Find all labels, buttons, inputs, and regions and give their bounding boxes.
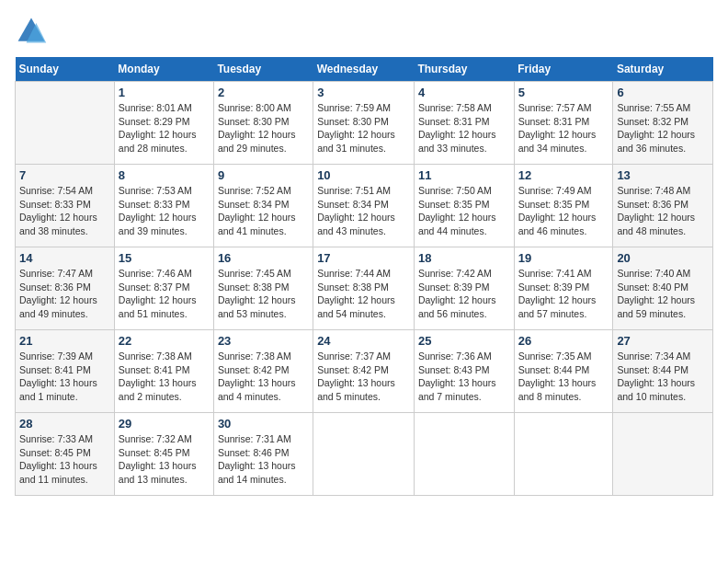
day-number: 21 (19, 334, 110, 348)
day-number: 4 (418, 86, 510, 99)
calendar-cell: 15Sunrise: 7:46 AM Sunset: 8:37 PM Dayli… (114, 247, 213, 330)
day-number: 17 (317, 251, 410, 265)
day-info: Sunrise: 7:59 AM Sunset: 8:30 PM Dayligh… (317, 101, 410, 155)
day-number: 29 (119, 417, 210, 431)
calendar-cell: 10Sunrise: 7:51 AM Sunset: 8:34 PM Dayli… (313, 165, 415, 247)
day-number: 12 (518, 168, 609, 182)
day-number: 23 (218, 334, 309, 348)
calendar-cell (16, 82, 115, 165)
week-row-2: 7Sunrise: 7:54 AM Sunset: 8:33 PM Daylig… (16, 165, 713, 247)
day-info: Sunrise: 7:48 AM Sunset: 8:36 PM Dayligh… (617, 184, 709, 238)
calendar-cell: 19Sunrise: 7:41 AM Sunset: 8:39 PM Dayli… (514, 247, 613, 330)
day-info: Sunrise: 7:44 AM Sunset: 8:38 PM Dayligh… (317, 267, 410, 321)
day-number: 10 (317, 168, 410, 182)
day-info: Sunrise: 7:39 AM Sunset: 8:41 PM Dayligh… (19, 350, 110, 404)
calendar-cell: 14Sunrise: 7:47 AM Sunset: 8:36 PM Dayli… (16, 247, 115, 330)
day-number: 18 (418, 251, 510, 265)
logo (15, 15, 51, 48)
calendar-cell: 17Sunrise: 7:44 AM Sunset: 8:38 PM Dayli… (313, 247, 415, 330)
weekday-header-row: SundayMondayTuesdayWednesdayThursdayFrid… (16, 57, 713, 82)
day-number: 26 (518, 334, 609, 348)
day-number: 11 (418, 168, 510, 182)
weekday-header-tuesday: Tuesday (213, 57, 313, 82)
calendar-cell: 30Sunrise: 7:31 AM Sunset: 8:46 PM Dayli… (213, 413, 313, 496)
day-info: Sunrise: 7:34 AM Sunset: 8:44 PM Dayligh… (617, 350, 709, 404)
day-info: Sunrise: 7:52 AM Sunset: 8:34 PM Dayligh… (218, 184, 309, 238)
calendar-cell (313, 413, 415, 496)
calendar-cell: 24Sunrise: 7:37 AM Sunset: 8:42 PM Dayli… (313, 330, 415, 413)
day-info: Sunrise: 7:36 AM Sunset: 8:43 PM Dayligh… (418, 350, 510, 404)
calendar-cell: 1Sunrise: 8:01 AM Sunset: 8:29 PM Daylig… (114, 82, 213, 165)
day-number: 9 (218, 168, 309, 182)
calendar-cell (514, 413, 613, 496)
day-info: Sunrise: 7:46 AM Sunset: 8:37 PM Dayligh… (119, 267, 210, 321)
calendar-cell: 3Sunrise: 7:59 AM Sunset: 8:30 PM Daylig… (313, 82, 415, 165)
calendar-cell: 26Sunrise: 7:35 AM Sunset: 8:44 PM Dayli… (514, 330, 613, 413)
day-info: Sunrise: 7:54 AM Sunset: 8:33 PM Dayligh… (19, 184, 110, 238)
calendar-cell: 13Sunrise: 7:48 AM Sunset: 8:36 PM Dayli… (613, 165, 713, 247)
day-number: 25 (418, 334, 510, 348)
day-number: 8 (119, 168, 210, 182)
day-number: 5 (518, 86, 609, 99)
day-info: Sunrise: 7:31 AM Sunset: 8:46 PM Dayligh… (218, 432, 309, 487)
calendar-cell: 27Sunrise: 7:34 AM Sunset: 8:44 PM Dayli… (613, 330, 713, 413)
calendar-cell: 9Sunrise: 7:52 AM Sunset: 8:34 PM Daylig… (213, 165, 313, 247)
day-info: Sunrise: 7:38 AM Sunset: 8:42 PM Dayligh… (218, 350, 309, 404)
weekday-header-sunday: Sunday (16, 57, 115, 82)
day-info: Sunrise: 7:40 AM Sunset: 8:40 PM Dayligh… (617, 267, 709, 321)
calendar-cell: 20Sunrise: 7:40 AM Sunset: 8:40 PM Dayli… (613, 247, 713, 330)
day-info: Sunrise: 7:32 AM Sunset: 8:45 PM Dayligh… (119, 432, 210, 487)
day-number: 24 (317, 334, 410, 348)
day-number: 13 (617, 168, 709, 182)
day-info: Sunrise: 7:37 AM Sunset: 8:42 PM Dayligh… (317, 350, 410, 404)
calendar-cell: 5Sunrise: 7:57 AM Sunset: 8:31 PM Daylig… (514, 82, 613, 165)
day-number: 1 (119, 86, 210, 99)
calendar-cell: 8Sunrise: 7:53 AM Sunset: 8:33 PM Daylig… (114, 165, 213, 247)
day-info: Sunrise: 8:01 AM Sunset: 8:29 PM Dayligh… (119, 101, 210, 155)
day-number: 28 (19, 417, 110, 431)
day-number: 19 (518, 251, 609, 265)
day-info: Sunrise: 7:47 AM Sunset: 8:36 PM Dayligh… (19, 267, 110, 321)
week-row-1: 1Sunrise: 8:01 AM Sunset: 8:29 PM Daylig… (16, 82, 713, 165)
logo-icon (15, 15, 48, 48)
calendar-cell: 7Sunrise: 7:54 AM Sunset: 8:33 PM Daylig… (16, 165, 115, 247)
calendar-table: SundayMondayTuesdayWednesdayThursdayFrid… (15, 57, 713, 496)
day-info: Sunrise: 7:42 AM Sunset: 8:39 PM Dayligh… (418, 267, 510, 321)
day-number: 14 (19, 251, 110, 265)
week-row-3: 14Sunrise: 7:47 AM Sunset: 8:36 PM Dayli… (16, 247, 713, 330)
day-number: 27 (617, 334, 709, 348)
calendar-cell: 12Sunrise: 7:49 AM Sunset: 8:35 PM Dayli… (514, 165, 613, 247)
week-row-5: 28Sunrise: 7:33 AM Sunset: 8:45 PM Dayli… (16, 413, 713, 496)
day-info: Sunrise: 8:00 AM Sunset: 8:30 PM Dayligh… (218, 101, 309, 155)
calendar-cell: 11Sunrise: 7:50 AM Sunset: 8:35 PM Dayli… (414, 165, 514, 247)
calendar-cell: 4Sunrise: 7:58 AM Sunset: 8:31 PM Daylig… (414, 82, 514, 165)
calendar-cell: 29Sunrise: 7:32 AM Sunset: 8:45 PM Dayli… (114, 413, 213, 496)
day-info: Sunrise: 7:49 AM Sunset: 8:35 PM Dayligh… (518, 184, 609, 238)
calendar-cell: 25Sunrise: 7:36 AM Sunset: 8:43 PM Dayli… (414, 330, 514, 413)
day-number: 7 (19, 168, 110, 182)
day-info: Sunrise: 7:45 AM Sunset: 8:38 PM Dayligh… (218, 267, 309, 321)
day-info: Sunrise: 7:35 AM Sunset: 8:44 PM Dayligh… (518, 350, 609, 404)
calendar-cell: 18Sunrise: 7:42 AM Sunset: 8:39 PM Dayli… (414, 247, 514, 330)
day-number: 2 (218, 86, 309, 99)
calendar-cell: 6Sunrise: 7:55 AM Sunset: 8:32 PM Daylig… (613, 82, 713, 165)
weekday-header-saturday: Saturday (613, 57, 713, 82)
day-number: 15 (119, 251, 210, 265)
weekday-header-wednesday: Wednesday (313, 57, 415, 82)
calendar-cell: 22Sunrise: 7:38 AM Sunset: 8:41 PM Dayli… (114, 330, 213, 413)
week-row-4: 21Sunrise: 7:39 AM Sunset: 8:41 PM Dayli… (16, 330, 713, 413)
calendar-cell: 23Sunrise: 7:38 AM Sunset: 8:42 PM Dayli… (213, 330, 313, 413)
day-info: Sunrise: 7:58 AM Sunset: 8:31 PM Dayligh… (418, 101, 510, 155)
weekday-header-friday: Friday (514, 57, 613, 82)
day-info: Sunrise: 7:57 AM Sunset: 8:31 PM Dayligh… (518, 101, 609, 155)
day-info: Sunrise: 7:51 AM Sunset: 8:34 PM Dayligh… (317, 184, 410, 238)
weekday-header-monday: Monday (114, 57, 213, 82)
page-header (15, 15, 713, 48)
day-number: 30 (218, 417, 309, 431)
calendar-cell (613, 413, 713, 496)
calendar-cell: 28Sunrise: 7:33 AM Sunset: 8:45 PM Dayli… (16, 413, 115, 496)
calendar-cell: 2Sunrise: 8:00 AM Sunset: 8:30 PM Daylig… (213, 82, 313, 165)
calendar-cell: 21Sunrise: 7:39 AM Sunset: 8:41 PM Dayli… (16, 330, 115, 413)
day-info: Sunrise: 7:55 AM Sunset: 8:32 PM Dayligh… (617, 101, 709, 155)
weekday-header-thursday: Thursday (414, 57, 514, 82)
